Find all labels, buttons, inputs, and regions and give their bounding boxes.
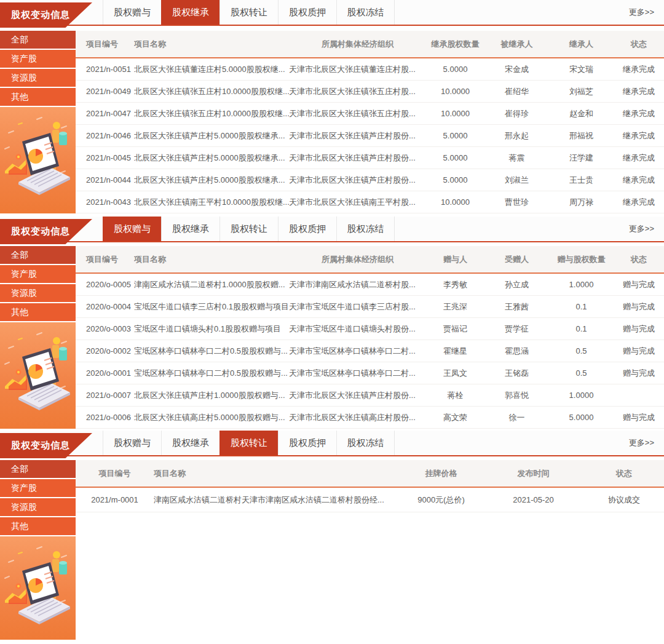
- tab-bar: 股权赠与 股权继承 股权转让 股权质押 股权冻结: [103, 0, 395, 25]
- tab-equity-transfer[interactable]: 股权转让: [219, 431, 278, 455]
- table-row[interactable]: 2020/o-0003宝坻区牛道口镇塘头村0.1股股权赠与项目天津市宝坻区牛道口…: [76, 318, 664, 340]
- tab-bar: 股权赠与 股权继承 股权转让 股权质押 股权冻结: [103, 431, 395, 455]
- table-cell: 0.5: [549, 368, 614, 378]
- table-cell: 赵金和: [549, 108, 614, 119]
- tab-equity-inheritance[interactable]: 股权继承: [161, 0, 219, 25]
- table-cell: 10.0000: [426, 87, 484, 96]
- column-header: 状态: [614, 254, 664, 265]
- table-cell: 天津市宝坻区林亭口镇林亭口二村...: [289, 346, 426, 357]
- column-header: 受赠人: [484, 254, 549, 265]
- sidebar-item-other[interactable]: 其他: [0, 303, 76, 321]
- sidebar-item-resource-shares[interactable]: 资源股: [0, 284, 76, 302]
- sidebar-item-all[interactable]: 全部: [0, 31, 76, 49]
- tab-equity-transfer[interactable]: 股权转让: [219, 0, 278, 25]
- tab-equity-gift[interactable]: 股权赠与: [103, 431, 161, 455]
- table-cell: 继承完成: [614, 130, 664, 141]
- table-cell: 2021-05-20: [483, 495, 584, 504]
- table-row[interactable]: 2021/n-0045北辰区大张庄镇芦庄村5.0000股股权继承...天津市北辰…: [76, 147, 664, 169]
- table-cell: 王兆深: [426, 301, 484, 312]
- table-cell: 天津市宝坻区林亭口镇林亭口二村...: [289, 368, 426, 379]
- sidebar-item-asset-shares[interactable]: 资产股: [0, 265, 76, 283]
- column-header: 项目名称: [134, 254, 289, 265]
- table-row[interactable]: 2021/n-0049北辰区大张庄镇张五庄村10.0000股股权继...天津市北…: [76, 81, 664, 103]
- equity-change-section-transfer: 股权变动信息 股权赠与 股权继承 股权转让 股权质押 股权冻结 更多>> 全部 …: [0, 431, 664, 640]
- tab-equity-pledge[interactable]: 股权质押: [278, 217, 336, 241]
- table-row[interactable]: 2021/o-0007北辰区大张庄镇芦庄村1.0000股股权赠与...天津市北辰…: [76, 384, 664, 407]
- tab-equity-inheritance[interactable]: 股权继承: [161, 431, 219, 455]
- sidebar-item-resource-shares[interactable]: 资源股: [0, 498, 76, 516]
- tab-equity-gift[interactable]: 股权赠与: [103, 217, 161, 241]
- sidebar-item-other[interactable]: 其他: [0, 88, 76, 106]
- table-row[interactable]: 2021/m-0001津南区咸水沽镇二道桥村天津市津南区咸水沽镇二道桥村股份经.…: [76, 488, 664, 512]
- table-cell: 继承完成: [614, 153, 664, 164]
- table-row[interactable]: 2021/n-0043北辰区大张庄镇南王平村10.0000股股权继...天津市北…: [76, 191, 664, 213]
- more-link[interactable]: 更多>>: [629, 437, 664, 448]
- table-cell: 2021/n-0046: [76, 131, 134, 140]
- table-cell: 协议成交: [584, 495, 664, 506]
- table-row[interactable]: 2021/n-0046北辰区大张庄镇芦庄村5.0000股股权继承...天津市北辰…: [76, 125, 664, 147]
- table-cell: 邢福祝: [549, 130, 614, 141]
- column-header: 状态: [614, 39, 664, 50]
- table-cell: 贾福记: [426, 324, 484, 335]
- table-row[interactable]: 2020/o-0004宝坻区牛道口镇李三店村0.1股股权赠与项目天津市宝坻区牛道…: [76, 296, 664, 318]
- tab-equity-pledge[interactable]: 股权质押: [278, 431, 336, 455]
- table-row[interactable]: 2020/o-0002宝坻区林亭口镇林亭口二村0.5股股权赠与...天津市宝坻区…: [76, 340, 664, 362]
- table-cell: 继承完成: [614, 175, 664, 186]
- section-title: 股权变动信息: [0, 9, 70, 21]
- table-cell: 邢永起: [484, 130, 549, 141]
- table-cell: 宝坻区林亭口镇林亭口二村0.5股股权赠与...: [134, 346, 289, 357]
- table-row[interactable]: 2021/n-0051北辰区大张庄镇董连庄村5.0000股股权继...天津市北辰…: [76, 58, 664, 81]
- sidebar-item-asset-shares[interactable]: 资产股: [0, 50, 76, 68]
- table-cell: 2021/m-0001: [76, 495, 154, 504]
- tab-equity-gift[interactable]: 股权赠与: [103, 0, 161, 25]
- column-header: 项目名称: [154, 468, 400, 479]
- section-title-banner: 股权变动信息: [0, 2, 92, 28]
- table-cell: 宋文瑞: [549, 64, 614, 75]
- column-header: 状态: [584, 468, 664, 479]
- sidebar-item-asset-shares[interactable]: 资产股: [0, 479, 76, 497]
- section-title: 股权变动信息: [0, 440, 70, 451]
- sidebar-item-resource-shares[interactable]: 资源股: [0, 69, 76, 87]
- table-cell: 汪学建: [549, 153, 614, 164]
- table-cell: 赠与完成: [614, 412, 664, 423]
- table-row[interactable]: 2021/n-0047北辰区大张庄镇张五庄村10.0000股股权继...天津市北…: [76, 103, 664, 125]
- more-link[interactable]: 更多>>: [629, 223, 664, 234]
- section-title-banner: 股权变动信息: [0, 433, 92, 458]
- table-cell: 北辰区大张庄镇董连庄村5.0000股股权继...: [134, 64, 289, 75]
- column-header: 项目编号: [76, 39, 134, 50]
- table-row[interactable]: 2021/o-0006北辰区大张庄镇高庄村5.0000股股权赠与...天津市北辰…: [76, 407, 664, 429]
- table-cell: 刘福芝: [549, 86, 614, 97]
- table-cell: 郭喜悦: [484, 390, 549, 401]
- sidebar-item-all[interactable]: 全部: [0, 460, 76, 478]
- tab-equity-transfer[interactable]: 股权转让: [219, 217, 278, 241]
- table-cell: 继承完成: [614, 108, 664, 119]
- table-row[interactable]: 2020/o-0001宝坻区林亭口镇林亭口二村0.5股股权赠与...天津市宝坻区…: [76, 362, 664, 384]
- table-cell: 天津市北辰区大张庄镇张五庄村股...: [289, 108, 426, 119]
- sidebar-item-all[interactable]: 全部: [0, 246, 76, 264]
- table-cell: 霍思涵: [484, 346, 549, 357]
- table-header-row: 项目编号项目名称所属村集体经济组织赠与人受赠人赠与股权数量状态: [76, 246, 664, 274]
- column-header: 项目名称: [134, 39, 289, 50]
- tab-equity-inheritance[interactable]: 股权继承: [161, 217, 219, 241]
- table-cell: 2021/n-0045: [76, 153, 134, 162]
- table-cell: 徐一: [484, 412, 549, 423]
- category-sidebar: 全部 资产股 资源股 其他: [0, 246, 76, 429]
- table-cell: 5.0000: [426, 65, 484, 74]
- table-cell: 5.0000: [426, 175, 484, 185]
- table-row[interactable]: 2021/n-0044北辰区大张庄镇芦庄村5.0000股股权继承...天津市北辰…: [76, 169, 664, 191]
- table-cell: 刘淑兰: [484, 175, 549, 186]
- category-sidebar: 全部 资产股 资源股 其他: [0, 31, 76, 213]
- table-cell: 北辰区大张庄镇南王平村10.0000股股权继...: [134, 197, 289, 208]
- sidebar-item-other[interactable]: 其他: [0, 517, 76, 535]
- table-cell: 天津市北辰区大张庄镇芦庄村股份...: [289, 153, 426, 164]
- tab-equity-freeze[interactable]: 股权冻结: [336, 431, 395, 455]
- tab-equity-freeze[interactable]: 股权冻结: [336, 0, 395, 25]
- tab-equity-pledge[interactable]: 股权质押: [278, 0, 336, 25]
- laptop-chart-illustration: [0, 322, 76, 429]
- table-cell: 继承完成: [614, 64, 664, 75]
- table-cell: 5.0000: [426, 153, 484, 162]
- table-cell: 北辰区大张庄镇芦庄村5.0000股股权继承...: [134, 130, 289, 141]
- table-row[interactable]: 2020/o-0005津南区咸水沽镇二道桥村1.0000股股权赠...天津市津南…: [76, 274, 664, 296]
- more-link[interactable]: 更多>>: [629, 7, 664, 18]
- tab-equity-freeze[interactable]: 股权冻结: [336, 217, 395, 241]
